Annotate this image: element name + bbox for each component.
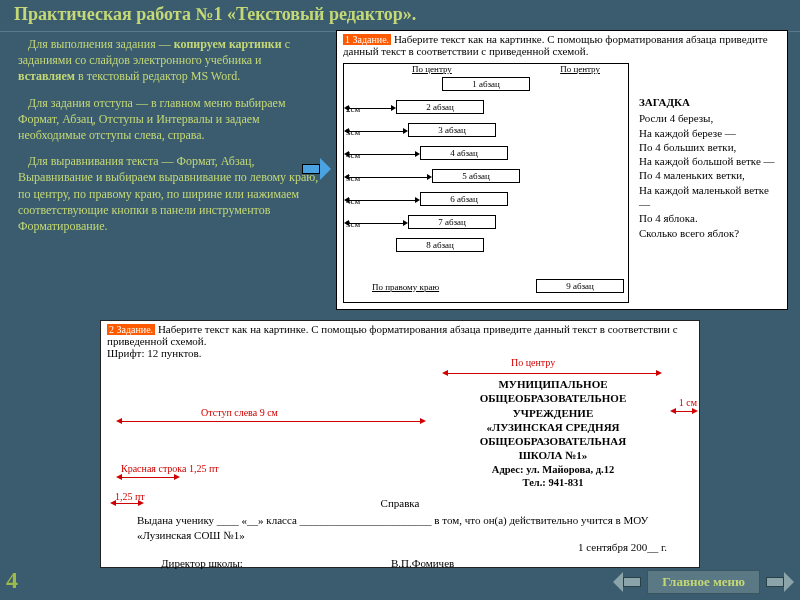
riddle-line: Сколько всего яблок? bbox=[639, 226, 781, 240]
task1-row: 8 абзац bbox=[344, 236, 628, 258]
date: 1 сентября 200__ г. bbox=[578, 541, 667, 553]
instruction-p2: Для задания отступа — в главном меню выб… bbox=[18, 95, 320, 144]
task1-paragraph-7: 7 абзац bbox=[408, 215, 496, 229]
page-number: 4 bbox=[6, 567, 18, 594]
footer-nav: Главное меню bbox=[613, 570, 794, 594]
task1-label: 1 Задание. bbox=[343, 34, 391, 45]
riddle-line: По 4 маленьких ветки, bbox=[639, 168, 781, 182]
director-label: Директор школы: bbox=[161, 557, 243, 569]
diag-head-right: По центру bbox=[560, 64, 600, 74]
instructions-block: Для выполнения задания — копируем картин… bbox=[18, 36, 320, 244]
task1-intro: 1 Задание. Наберите текст как на картинк… bbox=[337, 31, 787, 59]
task1-paragraph-1: 1 абзац bbox=[442, 77, 530, 91]
task1-box: 1 Задание. Наберите текст как на картинк… bbox=[336, 30, 788, 310]
task1-row: 3см3 абзац bbox=[344, 121, 628, 143]
arrow-left-indent bbox=[121, 421, 421, 422]
task1-row: 4см4 абзац bbox=[344, 144, 628, 166]
arrow-red-line bbox=[121, 477, 175, 478]
spravka-body: Выдана ученику ____ «__» класса ________… bbox=[137, 513, 689, 543]
task1-row: 3см7 абзац bbox=[344, 213, 628, 235]
spravka-title: Справка bbox=[101, 497, 699, 509]
nav-next-button[interactable] bbox=[766, 572, 794, 592]
task2-intro: 2 Задание. Наберите текст как на картинк… bbox=[101, 321, 699, 361]
director-name: В.П.Фомичев bbox=[391, 557, 454, 569]
task2-box: 2 Задание. Наберите текст как на картинк… bbox=[100, 320, 700, 568]
nav-main-menu-button[interactable]: Главное меню bbox=[647, 570, 760, 594]
riddle-line: На каждой маленькой ветке — bbox=[639, 183, 781, 212]
task2-label: 2 Задание. bbox=[107, 324, 155, 335]
diag-head-left: По центру bbox=[412, 64, 452, 74]
pointer-arrow-icon bbox=[302, 158, 330, 180]
task1-paragraph-6: 6 абзац bbox=[420, 192, 508, 206]
riddle-block: ЗАГАДКА Росли 4 березы,На каждой березе … bbox=[639, 95, 781, 240]
task1-paragraph-3: 3 абзац bbox=[408, 123, 496, 137]
task1-paragraph-4: 4 абзац bbox=[420, 146, 508, 160]
riddle-line: На каждой большой ветке — bbox=[639, 154, 781, 168]
arrow-one-cm bbox=[675, 411, 693, 412]
riddle-line: По 4 больших ветки, bbox=[639, 140, 781, 154]
instruction-p3: Для выравнивания текста — Формат, Абзац,… bbox=[18, 153, 320, 234]
note-one-cm: 1 см bbox=[679, 397, 697, 408]
nav-prev-button[interactable] bbox=[613, 572, 641, 592]
task1-row: 1 абзац bbox=[344, 75, 628, 97]
arrow-center bbox=[447, 373, 657, 374]
task1-paragraph-8: 8 абзац bbox=[396, 238, 484, 252]
note-center: По центру bbox=[511, 357, 555, 368]
instruction-p1: Для выполнения задания — копируем картин… bbox=[18, 36, 320, 85]
riddle-line: Росли 4 березы, bbox=[639, 111, 781, 125]
task1-diagram: По центру По центру 1 абзац2см2 абзац3см… bbox=[343, 63, 629, 303]
riddle-line: По 4 яблока. bbox=[639, 211, 781, 225]
task1-paragraph-9: 9 абзац bbox=[536, 279, 624, 293]
task1-bottom-row: По правому краю 9 абзац bbox=[344, 277, 628, 299]
institution-block: МУНИЦИПАЛЬНОЕ ОБЩЕОБРАЗОВАТЕЛЬНОЕ УЧРЕЖД… bbox=[433, 377, 673, 490]
riddle-line: На каждой березе — bbox=[639, 126, 781, 140]
task1-row: 2см2 абзац bbox=[344, 98, 628, 120]
page-title: Практическая работа №1 «Текстовый редакт… bbox=[0, 0, 800, 32]
task1-paragraph-5: 5 абзац bbox=[432, 169, 520, 183]
task1-row: 5см5 абзац bbox=[344, 167, 628, 189]
note-red-line: Красная строка 1,25 пт bbox=[121, 463, 219, 474]
task1-row: 4см6 абзац bbox=[344, 190, 628, 212]
note-left-indent: Отступ слева 9 см bbox=[201, 407, 278, 418]
task1-paragraph-2: 2 абзац bbox=[396, 100, 484, 114]
